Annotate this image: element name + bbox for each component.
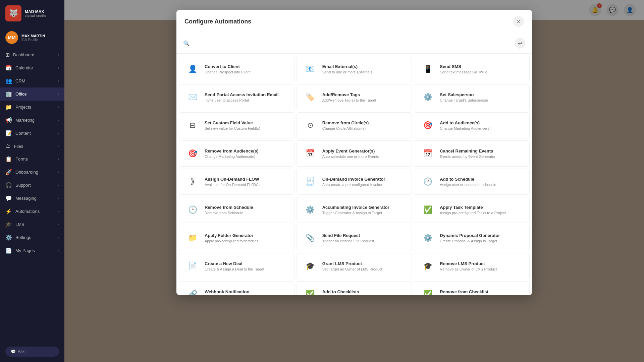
automation-desc-apply-event-generator: Auto-schedule one or more Events [322,155,379,159]
forms-icon: 📋 [5,156,12,162]
ask-icon: 💬 [11,349,16,354]
automation-icon-add-to-checklists: ✅ [303,287,318,295]
automation-item-on-demand-invoice-generator[interactable]: 🧾 On-Demand Invoice Generator Auto-creat… [297,169,412,195]
sidebar-item-forms[interactable]: 📋Forms › [0,153,64,166]
automation-title-assign-on-demand-flow: Assign On-Demand FLOW [205,177,260,182]
automation-icon-set-custom-field: ⊟ [185,118,200,133]
automation-icon-apply-folder-generator: 📁 [185,231,200,245]
automation-desc-send-portal-invitation: Invite user to access Portal [205,98,279,102]
sidebar-item-office[interactable]: 🏢Office › [0,87,64,101]
mypages-icon: 📄 [5,247,12,254]
automation-icon-remove-from-circles: ⊙ [303,118,318,133]
automation-item-send-file-request[interactable]: 📎 Send File Request Trigger an existing … [297,225,412,251]
automation-item-apply-event-generator[interactable]: 📅 Apply Event Generator(s) Auto-schedule… [297,140,412,167]
chevron-right-icon: › [58,144,59,148]
user-profile[interactable]: MM MAX MARTIN Edit Profile [0,27,64,48]
automation-item-remove-from-audiences[interactable]: 🎯 Remove from Audience(s) Change Marketi… [179,140,294,167]
automation-item-assign-on-demand-flow[interactable]: ⟫ Assign On-Demand FLOW Available for On… [179,169,294,195]
automation-item-apply-task-template[interactable]: ✅ Apply Task Template Assign pre-configu… [414,197,530,223]
automation-desc-remove-lms-product: Remove as Owner of LMS Product [440,267,497,271]
chevron-right-icon: › [58,157,59,161]
automation-title-remove-lms-product: Remove LMS Product [440,261,497,266]
ask-button[interactable]: 💬 Ask! [5,347,59,357]
automation-icon-webhook-notification: 🔗 [185,287,200,295]
automation-icon-add-to-schedule: 🕐 [420,174,435,189]
automation-icon-send-sms: 📱 [420,62,435,76]
sidebar-item-dashboard[interactable]: ⊞Dashboard › [0,48,64,61]
automation-item-set-salesperson[interactable]: ⚙️ Set Salesperson Change Target's Sales… [414,84,530,110]
sidebar-item-calendar[interactable]: 📅Calendar › [0,61,64,74]
automation-item-grant-lms-product[interactable]: 🎓 Grant LMS Product Set Target as Owner … [297,253,412,279]
automation-desc-add-remove-tags: Add/Remove Tag(s) to the Target [322,98,376,102]
sidebar-item-projects[interactable]: 📁Projects › [0,101,64,114]
automation-title-set-custom-field: Set Custom Field Value [205,120,260,125]
chevron-right-icon: › [58,249,59,252]
automation-item-dynamic-proposal-generator[interactable]: ⚙️ Dynamic Proposal Generator Create Pro… [414,225,530,251]
automation-icon-apply-event-generator: 📅 [303,146,318,161]
automation-title-accumulating-invoice-generator: Accumulating Invoice Generator [322,205,389,210]
automation-item-set-custom-field[interactable]: ⊟ Set Custom Field Value Set new value f… [179,112,294,138]
sidebar-item-settings[interactable]: ⚙️Settings › [0,231,64,244]
chevron-right-icon: › [58,105,59,109]
sidebar-item-support[interactable]: 🎧Support › [0,179,64,192]
automation-item-add-to-audiences[interactable]: 🎯 Add to Audience(s) Change Marketing Au… [414,112,530,138]
automation-icon-cancel-remaining-events: 📅 [420,146,435,161]
back-button[interactable]: ↩ [515,38,525,49]
automation-title-send-portal-invitation: Send Portal Access Invitation Email [205,92,279,97]
sidebar-item-lms[interactable]: 🎓LMS › [0,218,64,231]
sidebar-item-onboarding[interactable]: 🚀Onboarding › [0,166,64,179]
automation-item-convert-to-client[interactable]: 👤 Convert to Client Change Prospect into… [179,56,294,82]
automation-title-on-demand-invoice-generator: On-Demand Invoice Generator [322,177,385,182]
automation-item-remove-lms-product[interactable]: 🎓 Remove LMS Product Remove as Owner of … [414,253,530,279]
chevron-right-icon: › [58,196,59,200]
files-icon: 🗂 [5,143,11,149]
lms-icon: 🎓 [5,221,12,228]
automation-item-add-to-checklists[interactable]: ✅ Add to Checklists Assign Target to Che… [297,281,412,295]
logo-icon: 🐺 [5,5,21,21]
automation-item-remove-from-circles[interactable]: ⊙ Remove from Circle(s) Change Circle Af… [297,112,412,138]
automation-item-webhook-notification[interactable]: 🔗 Webhook Notification Fire a webhook to… [179,281,294,295]
automation-item-remove-from-schedule[interactable]: 🕑 Remove from Schedule Remove from Sched… [179,197,294,223]
onboarding-icon: 🚀 [5,169,12,175]
automation-desc-accumulating-invoice-generator: Trigger Generator & Assign to Target [322,211,389,215]
automation-item-accumulating-invoice-generator[interactable]: ⚙️ Accumulating Invoice Generator Trigge… [297,197,412,223]
automation-item-remove-from-checklist[interactable]: ✅ Remove from Checklist Remove Target fr… [414,281,530,295]
automation-desc-email-externals: Send to one or more Externals [322,70,372,74]
sidebar: 🐺 MAD MAX digital studio MM MAX MARTIN E… [0,0,64,362]
automation-item-apply-folder-generator[interactable]: 📁 Apply Folder Generator Apply pre-confi… [179,225,294,251]
edit-profile-link[interactable]: Edit Profile [21,38,45,42]
modal-close-button[interactable]: × [513,16,524,27]
automation-title-grant-lms-product: Grant LMS Product [322,261,382,266]
sidebar-item-messaging[interactable]: 💬Messaging › [0,192,64,205]
automation-item-send-sms[interactable]: 📱 Send SMS Send text message via Twilio [414,56,530,82]
automation-icon-create-new-deal: 📄 [185,259,200,274]
automation-title-add-to-audiences: Add to Audience(s) [440,120,490,125]
sidebar-item-automations[interactable]: ⚡Automations › [0,205,64,218]
automation-title-add-to-checklists: Add to Checklists [322,289,365,294]
content-icon: 📝 [5,130,12,136]
automation-item-create-new-deal[interactable]: 📄 Create a New Deal Create & Assign a De… [179,253,294,279]
sidebar-item-crm[interactable]: 👥CRM › [0,74,64,87]
sidebar-item-content[interactable]: 📝Content › [0,127,64,140]
automation-desc-convert-to-client: Change Prospect into Client [205,70,251,74]
messaging-icon: 💬 [5,195,12,201]
automation-item-add-remove-tags[interactable]: 🏷️ Add/Remove Tags Add/Remove Tag(s) to … [297,84,412,110]
automations-grid: 👤 Convert to Client Change Prospect into… [176,54,532,295]
sidebar-item-files[interactable]: 🗂Files › [0,140,64,153]
automation-icon-grant-lms-product: 🎓 [303,259,318,274]
automation-title-email-externals: Email External(s) [322,64,372,69]
chevron-right-icon: › [58,118,59,122]
automation-icon-remove-from-audiences: 🎯 [185,146,200,161]
automation-desc-send-file-request: Trigger an existing File Request [322,239,374,243]
chevron-right-icon: › [58,236,59,239]
automation-item-send-portal-invitation[interactable]: ✉️ Send Portal Access Invitation Email I… [179,84,294,110]
search-input[interactable] [193,41,511,46]
avatar: MM [5,31,18,44]
chevron-right-icon: › [58,79,59,83]
sidebar-item-marketing[interactable]: 📢Marketing › [0,114,64,127]
chevron-right-icon: › [58,92,59,96]
automation-item-cancel-remaining-events[interactable]: 📅 Cancel Remaining Events Events added b… [414,140,530,167]
automation-item-add-to-schedule[interactable]: 🕐 Add to Schedule Assign user or contact… [414,169,530,195]
sidebar-item-mypages[interactable]: 📄My Pages › [0,244,64,257]
automation-item-email-externals[interactable]: 📧 Email External(s) Send to one or more … [297,56,412,82]
